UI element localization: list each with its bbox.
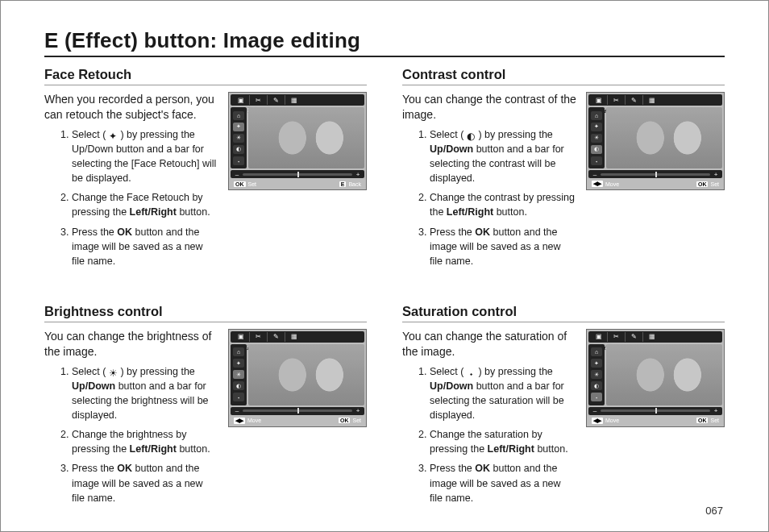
intro-text: You can change the saturation of the ima… — [402, 329, 576, 360]
lcd-contrast: ▣✂✎▦ Contrast ⌂✦☀◐⬩ –+ ◀▶MoveOKSet — [586, 92, 725, 190]
section-heading: Saturation control — [402, 304, 725, 322]
lcd-photo-preview — [248, 107, 364, 168]
lcd-tab-icon: ✂ — [250, 95, 268, 105]
lcd-tab-icon: ▣ — [232, 95, 250, 105]
face-retouch-icon: ✦ — [106, 131, 120, 142]
step-3: Press the OK button and the image will b… — [430, 461, 576, 505]
step-3: Press the OK button and the image will b… — [72, 461, 218, 505]
intro-text: You can change the contrast of the image… — [402, 92, 576, 123]
section-heading: Contrast control — [402, 67, 725, 85]
step-2: Change the Face Retouch by pressing the … — [72, 190, 218, 219]
lcd-adjust-bar: – + — [231, 170, 364, 178]
section-heading: Face Retouch — [44, 67, 367, 85]
lcd-side-icons: ⌂ ✦ ☀ ◐ ⬩ — [231, 107, 247, 168]
step-3: Press the OK button and the image will b… — [72, 225, 218, 268]
step-1: Select (⬩) by pressing the Up/Down butto… — [430, 364, 576, 423]
steps-list: Select (◐) by pressing the Up/Down butto… — [402, 127, 576, 268]
saturation-icon: ⬩ — [463, 368, 478, 379]
steps-list: Select (☀) by pressing the Up/Down butto… — [44, 364, 218, 505]
page-title: E (Effect) button: Image editing — [44, 28, 725, 57]
section-brightness: Brightness control You can change the br… — [44, 304, 367, 510]
lcd-tab-icon: ✎ — [268, 95, 285, 105]
step-2: Change the contrast by pressing the Left… — [430, 190, 576, 219]
section-heading: Brightness control — [44, 304, 367, 322]
lcd-face-retouch: ▣ ✂ ✎ ▦ Face Retouch ⌂ ✦ ☀ ◐ ⬩ — [228, 92, 367, 190]
steps-list: Select (⬩) by pressing the Up/Down butto… — [402, 364, 576, 505]
section-contrast: Contrast control You can change the cont… — [402, 67, 725, 273]
steps-list: Select (✦) by pressing the Up/Down butto… — [44, 127, 218, 268]
intro-text: When you recorded a person, you can reto… — [44, 92, 218, 123]
step-2: Change the saturation by pressing the Le… — [430, 427, 576, 456]
lcd-footer: OKSet EBack — [231, 180, 364, 188]
section-saturation: Saturation control You can change the sa… — [402, 304, 725, 510]
lcd-brightness: ▣✂✎▦ Brightness ⌂✦☀◐⬩ –+ ◀▶MoveOKSet — [228, 329, 367, 427]
brightness-icon: ☀ — [106, 368, 120, 379]
lcd-tab-icon: ▦ — [285, 95, 303, 105]
step-1: Select (☀) by pressing the Up/Down butto… — [72, 364, 218, 423]
page-number: 067 — [705, 505, 723, 517]
contrast-icon: ◐ — [463, 131, 478, 142]
lcd-saturation: ▣✂✎▦ Saturation ⌂✦☀◐⬩ –+ ◀▶MoveOKSet — [586, 329, 725, 427]
step-3: Press the OK button and the image will b… — [430, 225, 576, 268]
step-1: Select (✦) by pressing the Up/Down butto… — [72, 127, 218, 186]
step-1: Select (◐) by pressing the Up/Down butto… — [430, 127, 576, 186]
section-face-retouch: Face Retouch When you recorded a person,… — [44, 67, 367, 273]
intro-text: You can change the brightness of the ima… — [44, 329, 218, 360]
step-2: Change the brightness by pressing the Le… — [72, 427, 218, 456]
lcd-top-tabs: ▣ ✂ ✎ ▦ — [231, 94, 364, 106]
